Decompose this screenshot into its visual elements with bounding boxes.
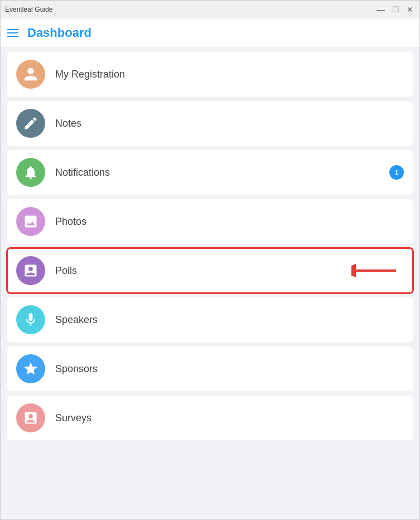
notifications-icon xyxy=(16,158,45,187)
bell-icon xyxy=(23,165,38,180)
image-icon xyxy=(23,214,38,229)
polls-label: Polls xyxy=(55,265,77,277)
polls-icon xyxy=(16,256,45,285)
menu-item-notes[interactable]: Notes xyxy=(7,101,413,146)
sponsors-label: Sponsors xyxy=(55,363,98,375)
dashboard-title: Dashboard xyxy=(27,26,91,40)
window-controls: — ☐ ✕ xyxy=(376,6,415,13)
star-icon xyxy=(23,361,38,377)
window-title: Eventleaf Guide xyxy=(5,6,52,13)
maximize-button[interactable]: ☐ xyxy=(390,6,400,13)
sponsors-icon xyxy=(16,354,45,383)
polls-arrow-annotation xyxy=(351,259,402,282)
my-registration-icon xyxy=(16,60,45,89)
menu-list: My Registration Notes Notifications 1 xyxy=(1,47,419,519)
hamburger-menu[interactable] xyxy=(7,29,18,37)
menu-item-speakers[interactable]: Speakers xyxy=(7,297,413,342)
mic-icon xyxy=(23,312,38,328)
surveys-label: Surveys xyxy=(55,412,91,424)
poll-icon xyxy=(23,263,38,278)
survey-icon xyxy=(23,410,38,426)
app-window: Eventleaf Guide — ☐ ✕ Dashboard My Regis… xyxy=(0,0,420,520)
notes-icon xyxy=(16,109,45,138)
app-header: Dashboard xyxy=(1,18,419,47)
photos-label: Photos xyxy=(55,216,86,228)
notes-label: Notes xyxy=(55,118,81,129)
minimize-button[interactable]: — xyxy=(376,6,386,13)
menu-item-sponsors[interactable]: Sponsors xyxy=(7,346,413,391)
menu-item-notifications[interactable]: Notifications 1 xyxy=(7,150,413,195)
speakers-label: Speakers xyxy=(55,314,98,326)
close-button[interactable]: ✕ xyxy=(405,6,415,13)
menu-item-surveys[interactable]: Surveys xyxy=(7,396,413,440)
edit-icon xyxy=(23,115,38,131)
person-icon xyxy=(23,66,38,82)
menu-item-photos[interactable]: Photos xyxy=(7,199,413,244)
photos-icon xyxy=(16,207,45,236)
notifications-label: Notifications xyxy=(55,167,110,179)
menu-item-my-registration[interactable]: My Registration xyxy=(7,52,413,97)
notifications-badge: 1 xyxy=(389,165,404,180)
title-bar: Eventleaf Guide — ☐ ✕ xyxy=(1,1,419,18)
my-registration-label: My Registration xyxy=(55,69,125,80)
menu-item-polls[interactable]: Polls xyxy=(7,248,413,293)
arrow-icon xyxy=(351,259,402,282)
speakers-icon xyxy=(16,305,45,334)
surveys-icon xyxy=(16,403,45,432)
